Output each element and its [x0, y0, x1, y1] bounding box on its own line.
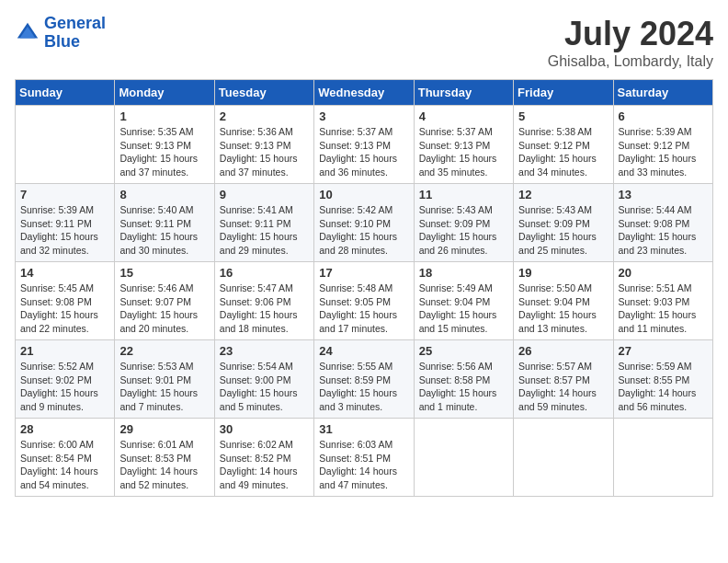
day-info: Sunrise: 5:46 AM Sunset: 9:07 PM Dayligh… [119, 282, 209, 336]
day-info: Sunrise: 6:02 AM Sunset: 8:52 PM Dayligh… [220, 438, 309, 492]
calendar-cell: 6Sunrise: 5:39 AM Sunset: 9:12 PM Daylig… [613, 106, 712, 184]
day-info: Sunrise: 6:00 AM Sunset: 8:54 PM Dayligh… [20, 438, 109, 492]
calendar-cell: 29Sunrise: 6:01 AM Sunset: 8:53 PM Dayli… [115, 419, 214, 497]
day-info: Sunrise: 5:39 AM Sunset: 9:11 PM Dayligh… [20, 203, 109, 258]
calendar-cell: 19Sunrise: 5:50 AM Sunset: 9:04 PM Dayli… [514, 262, 613, 340]
calendar-week-row: 7Sunrise: 5:39 AM Sunset: 9:11 PM Daylig… [16, 184, 713, 262]
day-number: 29 [119, 422, 209, 436]
calendar-week-row: 28Sunrise: 6:00 AM Sunset: 8:54 PM Dayli… [16, 419, 713, 497]
day-number: 8 [119, 188, 209, 201]
day-info: Sunrise: 5:51 AM Sunset: 9:03 PM Dayligh… [619, 282, 708, 336]
day-info: Sunrise: 5:49 AM Sunset: 9:04 PM Dayligh… [419, 282, 508, 336]
day-number: 26 [518, 344, 608, 358]
calendar-cell: 14Sunrise: 5:45 AM Sunset: 9:08 PM Dayli… [16, 262, 115, 340]
calendar-cell: 2Sunrise: 5:36 AM Sunset: 9:13 PM Daylig… [214, 106, 313, 184]
calendar-cell: 1Sunrise: 5:35 AM Sunset: 9:13 PM Daylig… [115, 106, 214, 184]
day-info: Sunrise: 5:41 AM Sunset: 9:11 PM Dayligh… [220, 203, 309, 258]
calendar-cell [613, 419, 712, 497]
calendar-week-row: 21Sunrise: 5:52 AM Sunset: 9:02 PM Dayli… [16, 340, 713, 419]
day-number: 24 [319, 344, 408, 358]
calendar-cell: 26Sunrise: 5:57 AM Sunset: 8:57 PM Dayli… [514, 340, 613, 419]
logo-line2: Blue [44, 32, 80, 51]
day-number: 16 [220, 266, 309, 280]
day-info: Sunrise: 5:53 AM Sunset: 9:01 PM Dayligh… [119, 360, 209, 414]
calendar-week-row: 14Sunrise: 5:45 AM Sunset: 9:08 PM Dayli… [16, 262, 713, 340]
day-number: 6 [619, 109, 708, 123]
calendar-cell: 12Sunrise: 5:43 AM Sunset: 9:09 PM Dayli… [514, 184, 613, 262]
calendar-cell: 24Sunrise: 5:55 AM Sunset: 8:59 PM Dayli… [314, 340, 414, 419]
weekday-header-row: SundayMondayTuesdayWednesdayThursdayFrid… [16, 80, 713, 106]
day-info: Sunrise: 5:43 AM Sunset: 9:09 PM Dayligh… [518, 203, 608, 258]
calendar-cell: 18Sunrise: 5:49 AM Sunset: 9:04 PM Dayli… [414, 262, 513, 340]
logo-line1: General [44, 14, 106, 32]
weekday-header-cell: Monday [115, 80, 214, 106]
location: Ghisalba, Lombardy, Italy [548, 53, 713, 70]
day-number: 3 [319, 109, 408, 123]
day-number: 10 [319, 188, 408, 201]
calendar-cell: 10Sunrise: 5:42 AM Sunset: 9:10 PM Dayli… [314, 184, 414, 262]
day-number: 19 [518, 266, 608, 280]
day-number: 4 [419, 109, 508, 123]
day-info: Sunrise: 5:37 AM Sunset: 9:13 PM Dayligh… [319, 125, 408, 179]
day-number: 9 [220, 188, 309, 201]
day-info: Sunrise: 5:47 AM Sunset: 9:06 PM Dayligh… [220, 282, 309, 336]
title-area: July 2024 Ghisalba, Lombardy, Italy [548, 15, 713, 70]
day-number: 23 [220, 344, 309, 358]
calendar-cell: 23Sunrise: 5:54 AM Sunset: 9:00 PM Dayli… [214, 340, 313, 419]
weekday-header-cell: Sunday [16, 80, 115, 106]
calendar-cell: 22Sunrise: 5:53 AM Sunset: 9:01 PM Dayli… [115, 340, 214, 419]
day-number: 5 [518, 109, 608, 123]
day-info: Sunrise: 5:35 AM Sunset: 9:13 PM Dayligh… [119, 125, 209, 179]
day-info: Sunrise: 5:57 AM Sunset: 8:57 PM Dayligh… [518, 360, 608, 414]
day-info: Sunrise: 5:48 AM Sunset: 9:05 PM Dayligh… [319, 282, 408, 336]
calendar-cell: 5Sunrise: 5:38 AM Sunset: 9:12 PM Daylig… [514, 106, 613, 184]
day-info: Sunrise: 5:54 AM Sunset: 9:00 PM Dayligh… [220, 360, 309, 414]
weekday-header-cell: Wednesday [314, 80, 414, 106]
calendar-cell: 4Sunrise: 5:37 AM Sunset: 9:13 PM Daylig… [414, 106, 513, 184]
day-info: Sunrise: 5:39 AM Sunset: 9:12 PM Dayligh… [619, 125, 708, 179]
calendar-cell [514, 419, 613, 497]
calendar-cell [16, 106, 115, 184]
day-info: Sunrise: 6:01 AM Sunset: 8:53 PM Dayligh… [119, 438, 209, 492]
day-number: 17 [319, 266, 408, 280]
weekday-header-cell: Saturday [613, 80, 712, 106]
calendar-cell: 30Sunrise: 6:02 AM Sunset: 8:52 PM Dayli… [214, 419, 313, 497]
day-number: 13 [619, 188, 708, 201]
day-number: 25 [419, 344, 508, 358]
day-number: 31 [319, 422, 408, 436]
weekday-header-cell: Thursday [414, 80, 513, 106]
month-title: July 2024 [548, 15, 713, 53]
day-number: 14 [20, 266, 109, 280]
day-info: Sunrise: 5:52 AM Sunset: 9:02 PM Dayligh… [20, 360, 109, 414]
day-number: 7 [20, 188, 109, 201]
day-number: 27 [619, 344, 708, 358]
calendar-cell: 8Sunrise: 5:40 AM Sunset: 9:11 PM Daylig… [115, 184, 214, 262]
calendar-cell: 3Sunrise: 5:37 AM Sunset: 9:13 PM Daylig… [314, 106, 414, 184]
day-info: Sunrise: 5:37 AM Sunset: 9:13 PM Dayligh… [419, 125, 508, 179]
calendar-cell: 13Sunrise: 5:44 AM Sunset: 9:08 PM Dayli… [613, 184, 712, 262]
calendar-cell: 20Sunrise: 5:51 AM Sunset: 9:03 PM Dayli… [613, 262, 712, 340]
calendar-table: SundayMondayTuesdayWednesdayThursdayFrid… [15, 79, 713, 497]
calendar-cell: 7Sunrise: 5:39 AM Sunset: 9:11 PM Daylig… [16, 184, 115, 262]
logo: General Blue [15, 15, 106, 52]
day-number: 2 [220, 109, 309, 123]
day-number: 18 [419, 266, 508, 280]
day-info: Sunrise: 5:36 AM Sunset: 9:13 PM Dayligh… [220, 125, 309, 179]
weekday-header-cell: Friday [514, 80, 613, 106]
day-info: Sunrise: 5:40 AM Sunset: 9:11 PM Dayligh… [119, 203, 209, 258]
calendar-cell: 31Sunrise: 6:03 AM Sunset: 8:51 PM Dayli… [314, 419, 414, 497]
day-number: 20 [619, 266, 708, 280]
day-info: Sunrise: 5:45 AM Sunset: 9:08 PM Dayligh… [20, 282, 109, 336]
calendar-cell: 28Sunrise: 6:00 AM Sunset: 8:54 PM Dayli… [16, 419, 115, 497]
calendar-cell [414, 419, 513, 497]
day-info: Sunrise: 5:42 AM Sunset: 9:10 PM Dayligh… [319, 203, 408, 258]
logo-icon [15, 20, 40, 46]
day-number: 30 [220, 422, 309, 436]
header: General Blue July 2024 Ghisalba, Lombard… [15, 15, 713, 70]
calendar-week-row: 1Sunrise: 5:35 AM Sunset: 9:13 PM Daylig… [16, 106, 713, 184]
day-info: Sunrise: 5:56 AM Sunset: 8:58 PM Dayligh… [419, 360, 508, 414]
day-number: 28 [20, 422, 109, 436]
day-number: 12 [518, 188, 608, 201]
day-number: 21 [20, 344, 109, 358]
logo-text: General Blue [44, 15, 106, 52]
